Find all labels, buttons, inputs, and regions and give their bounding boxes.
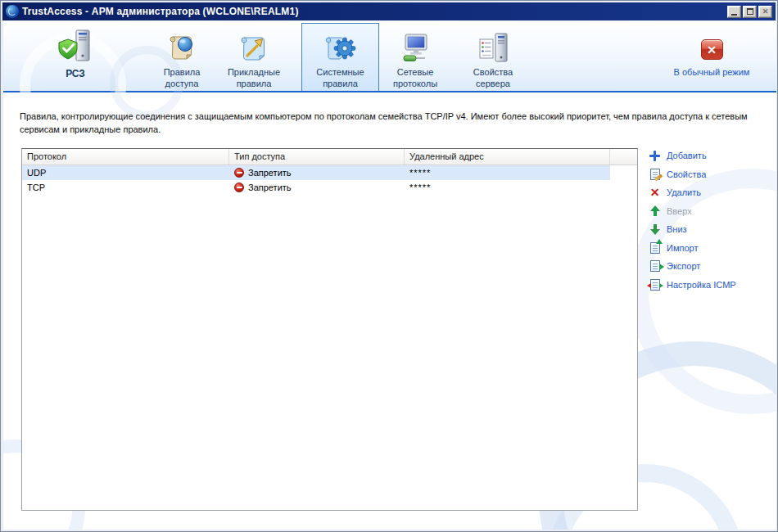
toolbar-tab-label: Прикладные правила — [219, 66, 288, 89]
toolbar-tab-label: РСЗ — [66, 68, 85, 79]
icmp-settings-button[interactable]: Настройка ICMP — [648, 276, 772, 295]
export-doc-icon — [650, 260, 660, 272]
action-sidebar: Добавить Свойства Удалить Вверх Вниз Имп… — [648, 147, 772, 294]
scroll-gear-icon — [324, 27, 357, 65]
arrow-up-icon — [650, 205, 660, 216]
scroll-drop-icon — [166, 27, 197, 65]
toolbar-tab-access-rules[interactable]: Правила доступа — [151, 23, 213, 91]
move-down-label: Вниз — [667, 224, 687, 234]
import-button[interactable]: Импорт — [648, 239, 772, 258]
move-down-button[interactable]: Вниз — [648, 220, 772, 239]
cell-remote-address: ***** — [405, 168, 610, 178]
import-label: Импорт — [667, 243, 698, 253]
system-rules-table: Протокол Тип доступа Удаленный адрес UDP… — [21, 148, 638, 511]
scroll-quill-icon — [238, 27, 269, 65]
delete-label: Удалить — [667, 187, 701, 197]
properties-button[interactable]: Свойства — [648, 165, 772, 184]
app-logo-icon — [6, 5, 19, 18]
window-titlebar: TrustAccess - АРМ администратора (WCLONE… — [2, 2, 776, 20]
page-description: Правила, контролирующие соединения с защ… — [20, 110, 763, 136]
access-type-label: Запретить — [248, 183, 292, 192]
toolbar-tab-system-rules[interactable]: Системные правила — [301, 23, 379, 91]
minimize-button[interactable] — [727, 6, 741, 18]
cell-protocol: TCP — [22, 183, 229, 192]
deny-icon — [234, 183, 244, 192]
export-label: Экспорт — [667, 261, 700, 271]
move-up-label: Вверх — [667, 206, 692, 216]
server-shield-icon — [57, 27, 94, 65]
toolbar-tab-label: Сетевые протоколы — [382, 66, 449, 89]
maximize-button[interactable] — [743, 6, 757, 18]
move-up-button: Вверх — [648, 202, 772, 221]
arrow-down-icon — [650, 224, 660, 235]
export-button[interactable]: Экспорт — [648, 257, 772, 276]
column-header-remote-address[interactable]: Удаленный адрес — [405, 149, 610, 165]
toolbar-tab-label: Правила доступа — [151, 66, 213, 89]
properties-label: Свойства — [667, 169, 706, 179]
close-icon — [762, 8, 769, 16]
column-header-protocol[interactable]: Протокол — [22, 149, 229, 165]
cell-protocol: UDP — [22, 168, 229, 178]
import-doc-icon — [650, 242, 660, 254]
close-button[interactable] — [758, 6, 772, 18]
application-window: TrustAccess - АРМ администратора (WCLONE… — [0, 0, 778, 532]
toolbar-tab-label: Системные правила — [301, 66, 379, 89]
toolbar-tab-label: Свойства сервера — [459, 66, 527, 89]
icmp-settings-label: Настройка ICMP — [667, 280, 736, 290]
monitor-network-icon — [399, 27, 432, 65]
table-row[interactable]: TCP Запретить ***** — [22, 180, 610, 195]
toolbar-tab-network-protocols[interactable]: Сетевые протоколы — [382, 23, 449, 91]
window-title: TrustAccess - АРМ администратора (WCLONE… — [22, 6, 299, 17]
normal-mode-button[interactable]: В обычный режим — [663, 23, 760, 91]
toolbar-tab-application-rules[interactable]: Прикладные правила — [219, 23, 288, 91]
cell-access-type: Запретить — [229, 183, 405, 192]
server-list-icon — [477, 27, 509, 65]
minimize-icon — [731, 14, 737, 16]
red-x-icon — [701, 27, 723, 65]
deny-icon — [234, 168, 244, 178]
cell-access-type: Запретить — [229, 168, 405, 178]
plus-icon — [649, 151, 660, 161]
cell-remote-address: ***** — [405, 183, 610, 192]
toolbar-tab-rsz[interactable]: РСЗ — [50, 23, 101, 91]
main-toolbar: РСЗ Правила доступа — [3, 21, 776, 92]
table-header: Протокол Тип доступа Удаленный адрес — [22, 149, 637, 165]
client-area: РСЗ Правила доступа — [3, 21, 776, 530]
column-header-filler — [610, 149, 637, 165]
delete-button[interactable]: Удалить — [648, 183, 772, 202]
delete-x-icon — [650, 187, 660, 198]
table-row[interactable]: UDP Запретить ***** — [22, 165, 610, 180]
add-label: Добавить — [667, 151, 707, 160]
properties-doc-icon — [650, 169, 660, 180]
maximize-icon — [747, 8, 753, 15]
normal-mode-label: В обычный режим — [674, 66, 750, 78]
column-header-access-type[interactable]: Тип доступа — [229, 149, 405, 165]
add-button[interactable]: Добавить — [648, 147, 772, 165]
toolbar-tab-server-properties[interactable]: Свойства сервера — [459, 23, 527, 91]
access-type-label: Запретить — [248, 168, 292, 178]
icmp-settings-icon — [650, 279, 660, 291]
